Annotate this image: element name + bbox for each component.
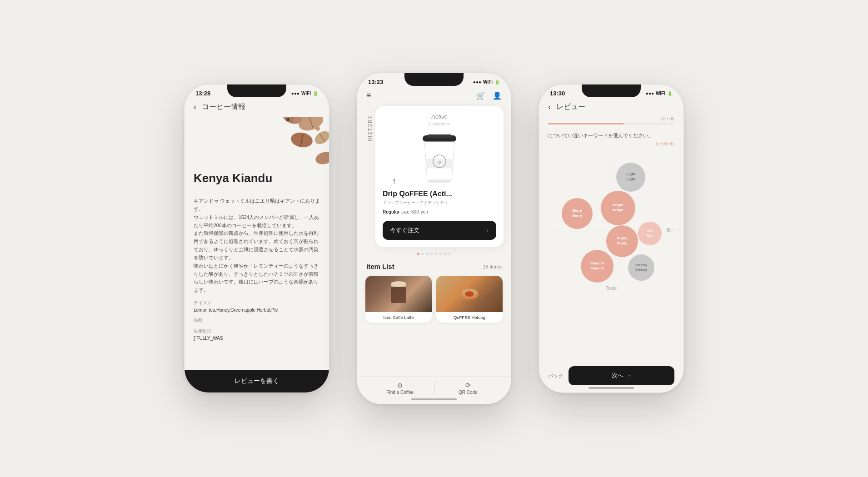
progress-track: [548, 123, 674, 124]
progress-fill: [548, 123, 624, 124]
find-coffee-label: Find a Coffee: [386, 390, 414, 395]
battery-icon: 🔋: [494, 80, 500, 84]
right-back-button[interactable]: ‹: [548, 102, 551, 112]
dot-7[interactable]: [444, 253, 447, 255]
left-header: ‹ コーヒー情報: [185, 99, 329, 117]
dot-6[interactable]: [439, 253, 442, 255]
signal-icon: ●●●: [291, 91, 299, 96]
nav-divider: [434, 381, 434, 395]
left-time: 13:28: [195, 90, 210, 97]
cart-icon[interactable]: 🛒: [476, 91, 485, 100]
bubble-creamy[interactable]: Creamy Creamy: [628, 254, 654, 281]
item-list-title: Item List: [366, 263, 394, 270]
svg-point-18: [391, 281, 406, 287]
bubble-smooth[interactable]: Smooth Smooth: [581, 250, 614, 283]
right-screen-content: ‹ レビュー 03 / 05 についてい近いキーワードを選んでください。: [539, 99, 683, 387]
bubble-rich[interactable]: Rich Rich: [638, 222, 662, 245]
progress-fraction: 03 / 05: [548, 116, 674, 121]
latte-visual: [365, 276, 432, 312]
battery-icon: 🔋: [313, 91, 318, 96]
review-instruction: についてい近いキーワードを選んでください。: [539, 128, 683, 141]
dot-5[interactable]: [435, 253, 438, 255]
order-btn-arrow: →: [483, 227, 489, 234]
center-screen-content: ≡ 🛒 👤 History Active Light Roast: [357, 87, 511, 398]
size-unit: size: [401, 209, 409, 214]
latte-svg: [387, 280, 410, 308]
svg-point-10: [286, 118, 290, 121]
taste-label: テイスト: [194, 300, 320, 306]
center-notch: [404, 73, 464, 86]
left-back-button[interactable]: ‹: [194, 102, 196, 112]
phone-right: 13:30 ●●● WiFi 🔋 ‹ レビュー 03 / 05: [539, 84, 684, 393]
bubble-berry[interactable]: Berry Berry: [562, 198, 593, 229]
latte-label: Iced Caffe Latte: [365, 312, 432, 323]
item-card-latte[interactable]: Iced Caffe Latte: [365, 276, 432, 323]
center-main-area: History Active Light Roast: [357, 106, 511, 247]
dot-3[interactable]: [426, 253, 429, 255]
find-coffee-icon: ⊙: [397, 382, 403, 389]
nav-right-icons: 🛒 👤: [476, 91, 502, 100]
item-list-count: 18 items: [483, 264, 502, 269]
size-row: Regular size 500 yen: [383, 209, 496, 214]
product-subtitle: ドリップコーヒー・アクティビティ: [383, 200, 496, 206]
history-sidebar: History: [364, 106, 375, 247]
progress-current: 03: [660, 116, 665, 121]
item-card-hotdog[interactable]: QoFFEE Hotdog: [436, 276, 503, 323]
dot-1[interactable]: [417, 253, 419, 255]
center-time: 13:23: [368, 79, 383, 85]
left-meta: テイスト Lemon tea,Honey,Green apple,Herbal,…: [194, 300, 320, 341]
latte-image: [365, 276, 432, 312]
card-roast-label: Light Roast: [383, 122, 496, 126]
dot-4[interactable]: [430, 253, 433, 255]
menu-icon[interactable]: ≡: [366, 91, 371, 100]
selects-count: 4 Selects: [539, 141, 683, 150]
taste-axis-label: Taste: [539, 283, 683, 292]
signal-icon: ●●●: [646, 91, 654, 96]
coffee-name: Kenya Kiandu: [194, 171, 272, 185]
bubble-light[interactable]: Light Light: [616, 163, 645, 192]
progress-area: 03 / 05: [539, 114, 683, 128]
center-status-icons: ●●● WiFi 🔋: [473, 80, 500, 84]
bubble-bright[interactable]: Bright Bright: [601, 191, 635, 225]
left-footer: レビューを書く: [185, 370, 329, 393]
right-header: ‹ レビュー: [539, 99, 683, 114]
user-icon[interactable]: 👤: [493, 91, 502, 100]
price-value: 500: [411, 209, 419, 214]
order-now-button[interactable]: 今すぐ注文 →: [383, 221, 496, 240]
progress-total: 05: [669, 116, 674, 121]
size-value: Regular: [383, 209, 399, 214]
bubble-fruity[interactable]: Fruity Fruity: [606, 225, 638, 257]
carousel-dots: [357, 253, 511, 255]
bubble-berry-label: Berry Berry: [573, 209, 582, 218]
find-coffee-tab[interactable]: ⊙ Find a Coffee: [371, 382, 429, 395]
process-value: ["FULLY_WAS: [194, 336, 320, 341]
next-button[interactable]: 次へ →: [569, 366, 674, 385]
process-label: 生産処理: [194, 328, 320, 334]
qr-code-tab[interactable]: ⟳ QR Code: [439, 382, 498, 395]
phone-center: 13:23 ●●● WiFi 🔋 ≡ 🛒 👤 Hist: [357, 73, 511, 404]
coffee-cup-illustration: Q: [414, 132, 464, 186]
item-cards-row: Iced Caffe Latte: [364, 276, 504, 323]
variety-label: 品種: [194, 317, 320, 323]
card-status-label: Active: [383, 113, 496, 120]
dot-2[interactable]: [421, 253, 424, 255]
coffee-cup-area: Q ↑: [383, 132, 496, 186]
right-page-title: レビュー: [556, 102, 585, 112]
taste-value: Lemon tea,Honey,Green apple,Herbal,Ple: [194, 308, 320, 313]
left-status-icons: ●●● WiFi 🔋: [291, 91, 318, 96]
coffee-description: キアンドゥ ウェットミルはニエリ県はキアントにあります。ウェットミルには、152…: [194, 197, 320, 294]
bubble-creamy-label: Creamy Creamy: [635, 263, 647, 271]
back-small-button[interactable]: バック: [548, 373, 563, 379]
left-page-title: コーヒー情報: [202, 102, 245, 112]
write-review-button[interactable]: レビューを書く: [194, 375, 320, 387]
dot-8[interactable]: [449, 253, 451, 255]
left-home-indicator: [234, 387, 279, 389]
hotdog-label: QoFFEE Hotdog: [436, 312, 503, 323]
svg-point-21: [465, 291, 474, 297]
bubble-bright-label: Bright Bright: [613, 203, 624, 213]
bubble-rich-label: Rich Rich: [646, 229, 653, 237]
left-body: キアンドゥ ウェットミルはニエリ県はキアントにあります。ウェットミルには、152…: [185, 190, 329, 353]
svg-text:Q: Q: [438, 160, 441, 164]
product-card: Active Light Roast: [375, 106, 504, 247]
battery-icon: 🔋: [667, 91, 673, 96]
